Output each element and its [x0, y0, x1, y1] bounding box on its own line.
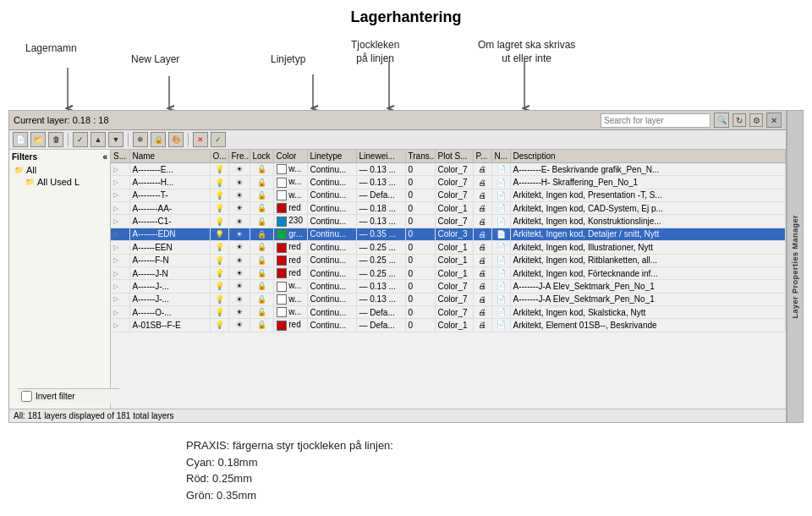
- color-button[interactable]: 🎨: [168, 132, 184, 147]
- col-color[interactable]: Color: [273, 150, 307, 163]
- cell-on: 💡: [210, 176, 228, 189]
- col-lock[interactable]: Lock: [250, 150, 273, 163]
- cell-status: ▷: [111, 189, 129, 201]
- col-plot[interactable]: P...: [473, 150, 491, 163]
- settings-icon[interactable]: ⚙: [749, 113, 763, 127]
- cell-description: Arkitekt, Ingen kod, Förtecknande inf...: [510, 266, 786, 279]
- col-new[interactable]: N...: [491, 150, 510, 163]
- cell-linetype: Continu...: [307, 280, 356, 293]
- cell-color: w...: [273, 305, 307, 318]
- cell-plot-style: Color_7: [435, 189, 473, 201]
- purge-button[interactable]: ✕: [193, 132, 208, 147]
- apply-button[interactable]: ✓: [211, 132, 226, 147]
- cell-new: 📄: [491, 305, 510, 318]
- collapse-filters-button[interactable]: «: [102, 152, 107, 162]
- cell-freeze: ☀: [228, 305, 250, 318]
- cell-description: Arkitekt, Ingen kod, Detaljer / snitt, N…: [510, 228, 786, 240]
- search-icon[interactable]: 🔍: [714, 113, 729, 128]
- cell-transparency: 0: [405, 202, 435, 215]
- cell-status: ▷: [111, 319, 129, 332]
- folder-used-icon: 📁: [25, 178, 35, 186]
- move-up-button[interactable]: ▲: [91, 132, 106, 147]
- new-layer-button[interactable]: 📄: [13, 132, 28, 147]
- invert-filter-checkbox[interactable]: [21, 391, 32, 402]
- cell-description: A-------J-A Elev_Sektmark_Pen_No_1: [510, 293, 786, 305]
- cell-new: 📄: [491, 266, 510, 279]
- col-linetype[interactable]: Linetype: [307, 150, 356, 163]
- cell-new: 📄: [491, 254, 510, 266]
- cell-plot: 🖨: [473, 305, 491, 318]
- table-row[interactable]: ▷ A------F-N 💡 ☀ 🔓 red Continu... — 0.25…: [111, 254, 786, 266]
- label-om-lagret: Om lagret ska skrivasut eller inte: [478, 39, 575, 65]
- delete-layer-button[interactable]: 🗑: [48, 132, 63, 147]
- sidebar-item-all[interactable]: 📁 All: [12, 164, 107, 176]
- cell-plot: 🖨: [473, 215, 491, 228]
- col-status[interactable]: S...: [111, 150, 129, 163]
- cell-lineweight: — 0.13 ...: [356, 215, 405, 228]
- cell-status: ▷: [111, 305, 129, 318]
- table-row[interactable]: ▷ A------J-... 💡 ☀ 🔓 w... Continu... — 0…: [111, 280, 786, 293]
- lock-button[interactable]: 🔒: [151, 132, 166, 147]
- cell-plot: 🖨: [473, 241, 491, 254]
- table-row[interactable]: ▷ A-------C1- 💡 ☀ 🔓 230 Continu... — 0.1…: [111, 215, 786, 228]
- col-description[interactable]: Description: [510, 150, 786, 163]
- cell-description: Arkitekt, Ingen kod, Skalsticka, Nytt: [510, 305, 786, 318]
- freeze-button[interactable]: ❄: [133, 132, 148, 147]
- cell-lock: 🔓: [250, 202, 273, 215]
- set-current-button[interactable]: ✓: [73, 132, 88, 147]
- col-name[interactable]: Name: [129, 150, 210, 163]
- cell-name: A------J-...: [129, 293, 210, 305]
- col-plot-style[interactable]: Plot S...: [435, 150, 473, 163]
- cell-color: red: [273, 266, 307, 279]
- cell-freeze: ☀: [228, 254, 250, 266]
- cell-status: ▷: [111, 202, 129, 215]
- cell-on: 💡: [210, 228, 228, 240]
- table-header: S... Name O... Fre... Lock Color Linetyp…: [111, 150, 786, 163]
- cell-on: 💡: [210, 280, 228, 293]
- col-lineweight[interactable]: Linewei...: [356, 150, 405, 163]
- table-row[interactable]: ▷ A------O-... 💡 ☀ 🔓 w... Continu... — D…: [111, 305, 786, 318]
- cell-color: 230: [273, 215, 307, 228]
- col-transparency[interactable]: Trans...: [405, 150, 435, 163]
- cell-plot-style: Color_1: [435, 319, 473, 332]
- table-row[interactable]: ▷ A-------EDN 💡 ☀ 🔒 gr... Continu... — 0…: [111, 228, 786, 240]
- cell-plot: 🖨: [473, 293, 491, 305]
- cell-freeze: ☀: [228, 176, 250, 189]
- cell-plot-style: Color_7: [435, 293, 473, 305]
- table-row[interactable]: ▷ A------J-N 💡 ☀ 🔓 red Continu... — 0.25…: [111, 266, 786, 279]
- cell-transparency: 0: [405, 228, 435, 240]
- cell-on: 💡: [210, 202, 228, 215]
- cell-lineweight: — Defa...: [356, 319, 405, 332]
- cell-lock: 🔓: [250, 241, 273, 254]
- cell-description: Arkitekt, Ingen kod, Presentation -T, S.…: [510, 189, 786, 201]
- new-layer-in-group-button[interactable]: 📂: [30, 132, 46, 147]
- cell-plot-style: Color_1: [435, 266, 473, 279]
- table-row[interactable]: ▷ A--------H... 💡 ☀ 🔓 w... Continu... — …: [111, 176, 786, 189]
- table-row[interactable]: ▷ A------J-... 💡 ☀ 🔓 w... Continu... — 0…: [111, 293, 786, 305]
- close-button[interactable]: ✕: [766, 113, 782, 128]
- main-title: Lagerhantering: [0, 8, 812, 26]
- refresh-icon[interactable]: ↻: [732, 113, 746, 127]
- page-title: Lagerhantering: [0, 8, 812, 26]
- cell-lineweight: — 0.13 ...: [356, 176, 405, 189]
- search-input[interactable]: [601, 113, 710, 128]
- col-on[interactable]: O...: [210, 150, 228, 163]
- cell-freeze: ☀: [228, 215, 250, 228]
- cell-lock: 🔓: [250, 176, 273, 189]
- cell-plot: 🖨: [473, 176, 491, 189]
- cell-transparency: 0: [405, 254, 435, 266]
- table-row[interactable]: ▷ A--------E... 💡 ☀ 🔓 w... Continu... — …: [111, 163, 786, 176]
- table-row[interactable]: ▷ A-------AA- 💡 ☀ 🔓 red Continu... — 0.1…: [111, 202, 786, 215]
- cell-color: red: [273, 319, 307, 332]
- table-row[interactable]: ▷ A------EEN 💡 ☀ 🔓 red Continu... — 0.25…: [111, 241, 786, 254]
- cell-color: w...: [273, 280, 307, 293]
- sidebar-item-all-used[interactable]: 📁 All Used L: [12, 176, 107, 188]
- label-tjockleken: Tjocklekenpå linjen: [351, 39, 399, 65]
- move-down-button[interactable]: ▼: [108, 132, 123, 147]
- cell-color: w...: [273, 189, 307, 201]
- table-row[interactable]: ▷ A-01SB--F-E 💡 ☀ 🔓 red Continu... — Def…: [111, 319, 786, 332]
- cell-new: 📄: [491, 228, 510, 240]
- col-freeze[interactable]: Fre...: [228, 150, 250, 163]
- table-row[interactable]: ▷ A--------T- 💡 ☀ 🔓 w... Continu... — De…: [111, 189, 786, 201]
- cell-freeze: ☀: [228, 228, 250, 240]
